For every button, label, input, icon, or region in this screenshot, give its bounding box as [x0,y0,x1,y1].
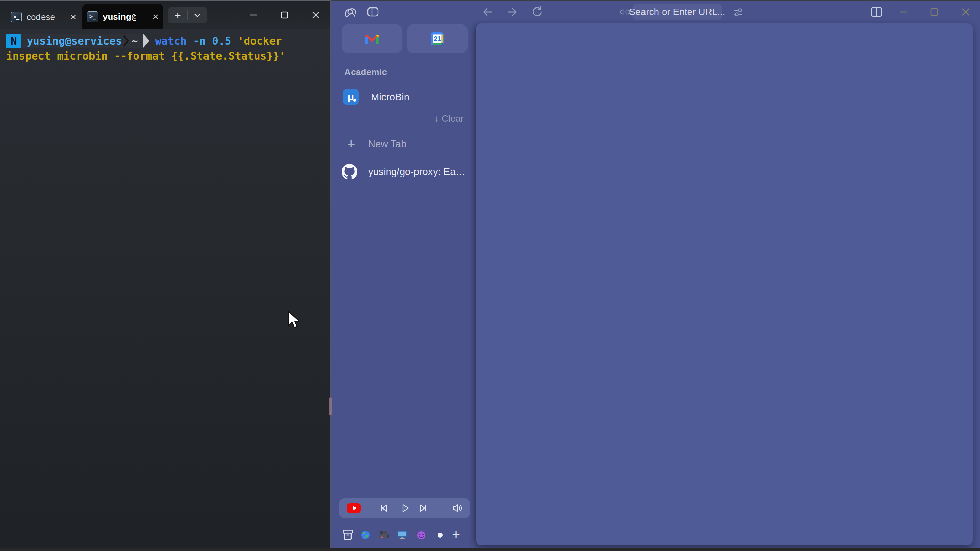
media-player [339,498,470,518]
powerline-chevron-icon [122,35,130,47]
next-icon [418,503,429,514]
close-icon [311,11,320,19]
mouse-cursor [285,310,302,329]
workspace-section-label: Academic [344,67,387,78]
split-view-button[interactable] [870,5,883,18]
terminal-tab-bar: >_ codese × >_ yusing@ × + [0,0,331,29]
terminal-tab-yusing[interactable]: >_ yusing@ × [82,4,163,29]
next-track-button[interactable] [418,503,429,514]
minimize-icon [898,6,910,18]
close-icon [959,6,972,18]
close-button[interactable] [959,6,972,18]
play-button[interactable] [399,503,410,514]
archive-box-icon [342,529,354,541]
new-tab-button[interactable]: + [168,9,188,22]
google-calendar-icon: 21 [430,32,444,46]
pinned-tile-calendar[interactable]: 21 [407,24,468,53]
split-view-icon [870,5,883,18]
back-arrow-icon [481,6,494,18]
terminal-content[interactable]: N yusing@services ~ watch -n 0.5 'docker… [0,29,330,548]
command-program: watch [155,35,193,47]
tab-label: yusing@ [103,11,136,22]
adjust-sliders-icon[interactable] [732,6,745,18]
workspace-desktop-button[interactable] [395,526,409,544]
close-tab-icon[interactable]: × [70,12,76,22]
play-icon [399,503,410,514]
prompt-segment: yusing@services ~ [21,34,143,48]
forward-arrow-icon [506,6,519,18]
tab-title: MicroBin [371,92,409,103]
refresh-button[interactable] [531,5,544,18]
sidebar-tab-goproxy[interactable]: yusing/go-proxy: Easy... [337,162,472,182]
sidebar-toggle-icon[interactable] [367,6,379,18]
maximize-icon [928,6,940,18]
new-tab-group: + [168,8,207,23]
command-string-open: 'docker [237,35,282,47]
workspace-camera-button[interactable] [377,526,391,544]
window-split-divider[interactable] [330,0,331,551]
workspace-archive-button[interactable] [340,526,355,544]
prompt-line: N yusing@services ~ watch -n 0.5 'docker [6,33,282,48]
microbin-glyph: μ [348,91,354,103]
volume-icon [452,503,463,514]
calendar-day-number: 21 [434,35,441,43]
command-string-wrap: inspect microbin --format {{.State.Statu… [6,48,285,63]
workspace-devil-button[interactable] [414,526,428,544]
refresh-icon [531,5,544,18]
command-flags: -n 0.5 [193,35,237,47]
arrow-down-icon: ↓ [434,113,439,124]
previous-track-button[interactable] [379,503,389,514]
back-button[interactable] [481,6,494,18]
taskbar-edge [0,548,980,551]
pinned-tile-gmail[interactable] [342,24,402,53]
tab-title: yusing/go-proxy: Easy... [368,166,467,178]
tabs-divider [338,119,432,119]
add-workspace-button[interactable]: + [449,526,463,544]
clear-label: Clear [442,114,464,124]
new-tab-label: New Tab [368,138,406,150]
minimize-button[interactable] [237,1,269,29]
powerline-arrow-icon [143,34,150,48]
nix-badge: N [6,34,21,48]
current-path: ~ [130,35,142,47]
url-bar[interactable]: Search or Enter URL... [632,4,722,20]
dot-icon [438,533,443,538]
terminal-window: >_ codese × >_ yusing@ × + [0,0,331,551]
workspace-switcher: + [331,526,476,544]
github-icon [342,164,357,179]
plus-icon: + [344,137,358,152]
clear-tabs-button[interactable]: ↓ Clear [434,113,464,124]
microbin-dot [353,99,356,102]
tab-dropdown-button[interactable] [188,13,207,18]
previous-icon [379,503,389,514]
minimize-icon [249,11,257,19]
workspace-globe-button[interactable] [360,526,372,544]
youtube-icon[interactable] [347,503,361,513]
plus-icon: + [452,527,460,543]
forward-button[interactable] [506,6,519,18]
play-glyph [353,506,356,511]
terminal-tab-codese[interactable]: >_ codese × [8,5,80,29]
minimize-button[interactable] [898,6,910,18]
maximize-button[interactable] [269,1,300,29]
maximize-button[interactable] [928,6,940,18]
devil-emoji-icon [417,530,426,540]
close-button[interactable] [300,1,331,29]
movie-camera-icon [379,530,389,540]
globe-icon [361,530,370,540]
powershell-icon: >_ [11,11,22,22]
terminal-window-controls [237,1,331,29]
command-text: watch -n 0.5 'docker [155,35,282,47]
chevron-down-icon [193,13,202,18]
volume-button[interactable] [452,503,463,514]
workspace-default-button[interactable] [435,526,445,544]
powershell-icon: >_ [87,11,98,22]
sidebar-tab-microbin[interactable]: μ MicroBin [337,87,472,107]
tab-label: codese [27,12,55,22]
close-tab-icon[interactable]: × [153,11,159,22]
desktop-computer-icon [397,530,407,540]
zen-logo-icon[interactable] [344,5,357,19]
url-placeholder: Search or Enter URL... [629,6,725,17]
split-resize-handle[interactable] [329,397,332,415]
new-tab-button[interactable]: + New Tab [337,134,472,154]
